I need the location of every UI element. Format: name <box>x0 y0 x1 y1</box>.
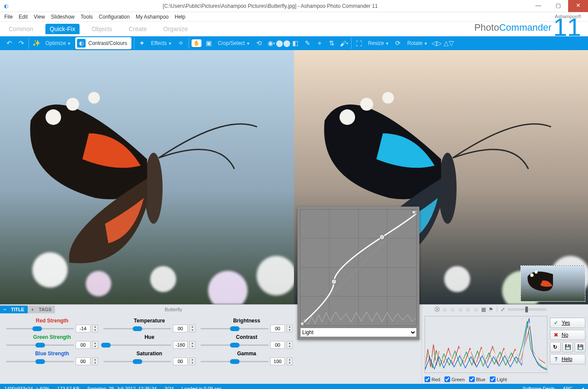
check-red[interactable]: Red <box>425 376 440 382</box>
title-collapse-button[interactable]: − TITLE <box>0 306 28 313</box>
check-light[interactable]: Light <box>490 376 507 382</box>
slider-value-input[interactable] <box>270 325 285 332</box>
slider-track[interactable] <box>6 325 74 332</box>
slider-track[interactable] <box>103 358 171 364</box>
resize-icon[interactable]: ⛶ <box>354 38 364 48</box>
slider-value-input[interactable] <box>173 325 188 332</box>
tags-expand-button[interactable]: + TAGS <box>28 306 55 313</box>
slider-spinner[interactable]: ▲▼ <box>189 341 195 349</box>
redo-button[interactable]: ↷ <box>16 38 26 48</box>
star-4[interactable]: ☆ <box>466 306 471 313</box>
maximize-button[interactable]: ▢ <box>548 0 568 12</box>
star-2[interactable]: ☆ <box>450 306 455 313</box>
apply-no-button[interactable]: ✖No <box>550 330 585 340</box>
slider-spinner[interactable]: ▲▼ <box>92 341 98 349</box>
rotate-tool-icon[interactable]: ⟳ <box>393 38 403 48</box>
sparkle-icon[interactable]: ✧ <box>176 38 186 48</box>
slider-value-input[interactable] <box>173 341 188 349</box>
flip-v-icon[interactable]: △▽ <box>444 38 454 48</box>
original-image-pane[interactable] <box>0 50 294 304</box>
fit-screen-icon[interactable]: ⤢ <box>501 306 505 312</box>
effects-dropdown[interactable]: Effects▼ <box>149 40 173 46</box>
flag-icon[interactable]: ⚑ <box>489 306 493 312</box>
curves-plot[interactable] <box>300 209 417 326</box>
menu-help[interactable]: Help <box>175 14 185 20</box>
slider-value-input[interactable] <box>76 325 90 332</box>
tab-common[interactable]: Common <box>4 24 38 34</box>
slider-label: Contrast <box>201 334 293 340</box>
minimize-button[interactable]: — <box>528 0 548 12</box>
slider-track[interactable] <box>103 325 171 332</box>
menu-my-ashampoo[interactable]: My Ashampoo <box>136 14 169 20</box>
slider-spinner[interactable]: ▲▼ <box>287 325 293 332</box>
save-as-button[interactable]: 💾 <box>575 342 585 352</box>
optimize-dropdown[interactable]: Optimize▼ <box>44 40 73 46</box>
tab-organize[interactable]: Organize <box>159 24 192 34</box>
apply-yes-button[interactable]: ✓Yes <box>550 318 585 328</box>
slider-value-input[interactable] <box>173 357 188 365</box>
undo-button[interactable]: ↶ <box>4 38 14 48</box>
tab-quick-fix[interactable]: Quick-Fix <box>45 24 80 34</box>
menu-configuration[interactable]: Configuration <box>99 14 130 20</box>
menu-file[interactable]: File <box>4 14 13 20</box>
slider-spinner[interactable]: ▲▼ <box>92 325 98 332</box>
rotate-dropdown[interactable]: Rotate▼ <box>406 40 429 46</box>
resize-dropdown[interactable]: Resize▼ <box>366 40 391 46</box>
tab-create[interactable]: Create <box>124 24 151 34</box>
flip-h-icon[interactable]: ◁▷ <box>432 38 441 48</box>
redeye-icon[interactable]: ◉▾ <box>266 38 276 48</box>
menu-edit[interactable]: Edit <box>19 14 28 20</box>
brush-icon[interactable]: 🖌▾ <box>339 38 348 48</box>
image-title-field[interactable]: Butterfly <box>55 307 292 312</box>
check-green[interactable]: Green <box>444 376 465 382</box>
star-5[interactable]: ☆ <box>473 306 479 313</box>
slider-track[interactable] <box>6 342 74 348</box>
crop-icon[interactable]: ▣ <box>204 38 214 48</box>
status-resize-grip[interactable]: ◢ <box>580 386 584 389</box>
wand-icon[interactable]: ✨ <box>32 38 41 48</box>
status-deals-link[interactable]: Software Deals <box>523 386 555 389</box>
clone-icon[interactable]: ⬤⬤ <box>278 38 288 48</box>
slider-spinner[interactable]: ▲▼ <box>287 341 293 349</box>
rotate-image-icon[interactable]: ⟲ <box>254 38 264 48</box>
tab-objects[interactable]: Objects <box>87 24 116 34</box>
dropper-icon[interactable]: ✎ <box>303 38 312 48</box>
slider-spinner[interactable]: ▲▼ <box>287 357 293 365</box>
eraser-icon[interactable]: ◧ <box>291 38 300 48</box>
crop-dropdown[interactable]: Crop/Select▼ <box>216 40 252 46</box>
check-blue[interactable]: Blue <box>469 376 486 382</box>
save-button[interactable]: 💾 <box>562 342 573 352</box>
clear-rating-button[interactable]: ⓧ <box>435 306 440 313</box>
effects-icon[interactable]: ✦ <box>137 38 147 48</box>
star-1[interactable]: ☆ <box>442 306 447 313</box>
hand-tool-button[interactable]: ✋ <box>192 39 201 47</box>
contrast-colours-button[interactable]: ◐ Contrast/Colours <box>75 37 131 49</box>
slider-track[interactable] <box>6 358 74 364</box>
slider-value-input[interactable] <box>76 341 90 349</box>
close-button[interactable]: ✕ <box>568 0 588 12</box>
slider-track[interactable] <box>201 325 268 332</box>
slider-value-input[interactable] <box>270 341 285 349</box>
menu-tools[interactable]: Tools <box>81 14 93 20</box>
star-3[interactable]: ☆ <box>458 306 463 313</box>
help-button[interactable]: ?Help <box>550 354 585 364</box>
toolbar: ↶ ↷ ✨ Optimize▼ ◐ Contrast/Colours ✦ Eff… <box>0 36 588 50</box>
menu-slideshow[interactable]: Slideshow <box>51 14 75 20</box>
slider-spinner[interactable]: ▲▼ <box>189 357 195 365</box>
slider-spinner[interactable]: ▲▼ <box>189 325 195 332</box>
reset-button[interactable]: ↻ <box>550 342 561 352</box>
slider-spinner[interactable]: ▲▼ <box>92 357 98 365</box>
tag-icon[interactable]: ▦ <box>481 306 486 312</box>
stamp-icon[interactable]: ⌖ <box>315 38 324 48</box>
levels-icon[interactable]: ⇅ <box>327 38 336 48</box>
slider-value-input[interactable] <box>76 357 90 365</box>
slider-track[interactable] <box>103 342 171 348</box>
zoom-slider[interactable] <box>508 308 546 311</box>
curves-channel-select[interactable]: Light <box>300 328 417 337</box>
slider-track[interactable] <box>201 342 268 348</box>
curves-panel[interactable]: Light <box>297 207 419 340</box>
navigator-thumbnail[interactable] <box>521 265 585 302</box>
slider-value-input[interactable] <box>270 357 285 365</box>
menu-view[interactable]: View <box>34 14 45 20</box>
slider-track[interactable] <box>201 358 268 364</box>
